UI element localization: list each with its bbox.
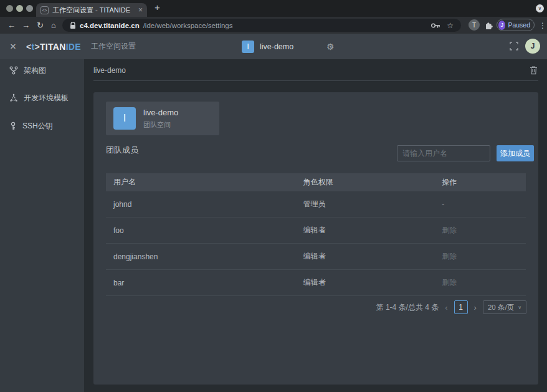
cell-role: 管理员 [303, 199, 442, 209]
lock-icon [70, 22, 76, 29]
reload-icon[interactable]: ↻ [37, 17, 44, 34]
password-key-icon[interactable] [430, 22, 440, 29]
page-size-select[interactable]: 20 条/页 ∨ [483, 300, 526, 314]
chevron-down-icon: ∨ [518, 305, 521, 310]
divider [93, 80, 538, 81]
sidebar-item-label: 架构图 [24, 65, 46, 76]
extension-badge[interactable]: T [469, 19, 480, 31]
workspace-badge: l [242, 41, 254, 53]
template-icon [9, 93, 18, 102]
workspace-card: l live-demo 团队空间 [106, 102, 219, 135]
browser-tab-strip: <> 工作空间设置 - TITANIDE × + ∨ [0, 0, 547, 17]
delete-member-link[interactable]: 删除 [442, 251, 526, 262]
home-icon[interactable]: ⌂ [51, 17, 56, 34]
workspace-switcher[interactable]: l live-demo ∨ [242, 34, 333, 59]
delete-member-link[interactable]: 删除 [442, 225, 526, 236]
settings-panel: l live-demo 团队空间 团队成员 添加成员 用户名 角色权限 操作 j… [93, 92, 538, 385]
logo-main: TITAN [40, 42, 66, 52]
traffic-light-minimize[interactable] [16, 5, 23, 12]
column-actions: 操作 [442, 177, 526, 188]
browser-tab[interactable]: <> 工作空间设置 - TITANIDE × [36, 3, 147, 17]
username-search-input[interactable] [397, 145, 490, 161]
pagination-summary: 第 1-4 条/总共 4 条 [376, 302, 439, 313]
bookmark-star-icon[interactable]: ☆ [447, 21, 454, 30]
column-role: 角色权限 [303, 177, 442, 188]
logo-bracket-open: < [26, 42, 31, 52]
url-path: /ide/web/workspace/settings [143, 22, 233, 29]
extensions-puzzle-icon[interactable] [484, 21, 493, 30]
main-content: live-demo l live-demo 团队空间 团队成员 添加成员 用户名… [84, 59, 547, 392]
pagination: 第 1-4 条/总共 4 条 ‹ 1 › 20 条/页 ∨ [376, 300, 526, 314]
browser-toolbar: ← → ↻ ⌂ c4.dev.titanide.cn/ide/web/works… [0, 17, 547, 34]
logo-bracket-close: > [34, 42, 39, 52]
branch-icon [9, 66, 18, 75]
tab-favicon-icon: <> [40, 6, 49, 14]
workspace-name: live-demo [260, 42, 293, 51]
key-icon [9, 122, 17, 130]
browser-menu-icon[interactable]: ⋮ [539, 17, 546, 34]
logo-accent: IDE [66, 42, 81, 52]
members-table: 用户名 角色权限 操作 johnd 管理员 - foo 编辑者 删除 dengj… [106, 173, 526, 296]
url-domain: c4.dev.titanide.cn [80, 22, 140, 29]
forward-icon[interactable]: → [22, 17, 30, 34]
column-username: 用户名 [106, 177, 303, 188]
table-row: bar 编辑者 删除 [106, 270, 526, 296]
sidebar-item-ssh-key[interactable]: SSH公钥 [0, 118, 84, 134]
traffic-light-zoom[interactable] [26, 5, 33, 12]
sidebar-item-architecture[interactable]: 架构图 [0, 62, 84, 79]
tab-close-icon[interactable]: × [138, 6, 143, 14]
cell-role: 编辑者 [303, 225, 442, 236]
cell-role: 编辑者 [303, 251, 442, 262]
members-heading: 团队成员 [106, 145, 138, 156]
profile-sync-pill[interactable]: J Paused [497, 19, 535, 31]
next-page-icon[interactable]: › [474, 303, 477, 312]
table-row: johnd 管理员 - [106, 191, 526, 218]
page-size-value: 20 条/页 [488, 303, 514, 312]
close-icon[interactable]: × [10, 34, 16, 59]
table-row: dengjianshen 编辑者 删除 [106, 244, 526, 270]
table-header: 用户名 角色权限 操作 [106, 173, 526, 191]
sidebar-item-label: 开发环境模板 [24, 93, 69, 103]
breadcrumb: live-demo [93, 59, 126, 81]
cell-username: dengjianshen [106, 252, 303, 261]
prev-page-icon[interactable]: ‹ [445, 303, 447, 312]
traffic-light-close[interactable] [6, 5, 13, 12]
delete-workspace-trash-icon[interactable] [530, 65, 538, 75]
workspace-card-type: 团队空间 [143, 120, 171, 130]
cell-username: johnd [106, 200, 303, 209]
workspace-card-badge: l [113, 107, 136, 130]
table-row: foo 编辑者 删除 [106, 218, 526, 244]
app-header: × <t>TITANIDE 工作空间设置 l live-demo ∨ ⚙ J [0, 34, 547, 59]
user-avatar[interactable]: J [525, 39, 540, 54]
gear-icon[interactable]: ⚙ [326, 34, 335, 59]
sidebar-item-dev-template[interactable]: 开发环境模板 [0, 90, 84, 106]
new-tab-button[interactable]: + [155, 2, 160, 12]
sidebar: 架构图 开发环境模板 SSH公钥 [0, 59, 84, 392]
sidebar-item-label: SSH公钥 [22, 121, 53, 131]
app-window: <> 工作空间设置 - TITANIDE × + ∨ ← → ↻ ⌂ c4.de… [0, 0, 547, 392]
titanide-logo: <t>TITANIDE [26, 34, 81, 59]
delete-member-link[interactable]: 删除 [442, 277, 526, 288]
cell-username: bar [106, 279, 303, 287]
back-icon[interactable]: ← [7, 17, 16, 34]
address-bar[interactable]: c4.dev.titanide.cn/ide/web/workspace/set… [62, 19, 461, 32]
page-number-button[interactable]: 1 [454, 300, 468, 314]
cell-role: 编辑者 [303, 277, 442, 288]
tab-title: 工作空间设置 - TITANIDE [52, 6, 135, 15]
cell-username: foo [106, 226, 303, 235]
sync-paused-label: Paused [508, 21, 530, 29]
page-title: 工作空间设置 [91, 34, 136, 59]
workspace-card-name: live-demo [143, 108, 178, 117]
browser-profile-avatar: J [498, 21, 505, 30]
cell-action: - [442, 200, 526, 209]
add-member-button[interactable]: 添加成员 [497, 145, 534, 161]
tab-search-button[interactable]: ∨ [536, 4, 544, 12]
fullscreen-icon[interactable] [510, 42, 518, 50]
